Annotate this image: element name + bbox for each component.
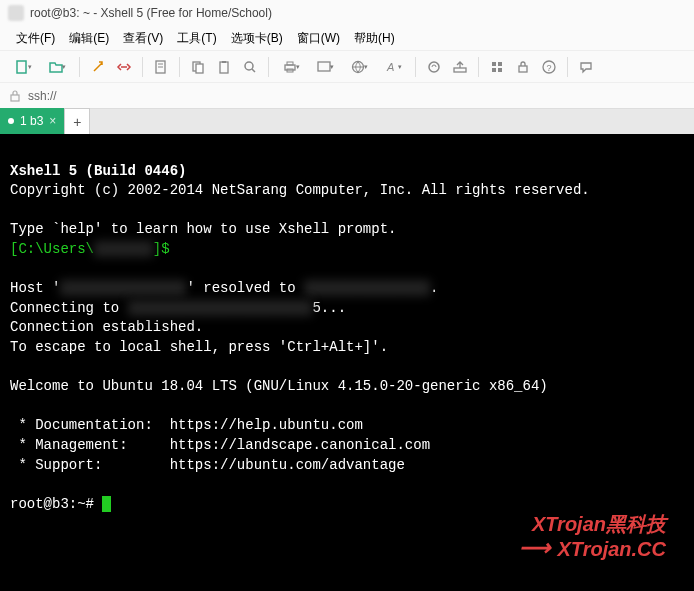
terminal-cursor (102, 496, 111, 512)
term-escape-hint: To escape to local shell, press 'Ctrl+Al… (10, 339, 388, 355)
term-copyright: Copyright (c) 2002-2014 NetSarang Comput… (10, 182, 590, 198)
app-icon (8, 5, 24, 21)
status-dot-icon (8, 118, 14, 124)
font-button[interactable]: A▾ (378, 56, 408, 78)
term-help-hint: Type `help' to learn how to use Xshell p… (10, 221, 396, 237)
xftp-button[interactable] (449, 56, 471, 78)
svg-rect-14 (454, 68, 466, 72)
new-document-button[interactable]: ▾ (8, 56, 38, 78)
separator (478, 57, 479, 77)
term-connecting-line: Connecting to xxxxxxxxxxxxxxxxxxxxxx5... (10, 300, 346, 316)
svg-text:?: ? (547, 63, 552, 73)
lock-button[interactable] (512, 56, 534, 78)
tab-label: 1 b3 (20, 114, 43, 128)
menu-help[interactable]: 帮助(H) (348, 28, 401, 49)
term-documentation: * Documentation: https://help.ubuntu.com (10, 417, 363, 433)
copy-button[interactable] (187, 56, 209, 78)
svg-rect-4 (220, 62, 228, 73)
feedback-button[interactable] (575, 56, 597, 78)
menu-tabs[interactable]: 选项卡(B) (225, 28, 289, 49)
menu-tools[interactable]: 工具(T) (171, 28, 222, 49)
lock-icon (8, 89, 22, 103)
address-scheme: ssh:// (28, 89, 57, 103)
watermark-line-2: ⟶ XTrojan.CC (519, 533, 666, 564)
window-title: root@b3: ~ - Xshell 5 (Free for Home/Sch… (30, 6, 272, 20)
svg-point-13 (429, 62, 439, 72)
terminal-pane[interactable]: Xshell 5 (Build 0446) Copyright (c) 2002… (0, 134, 694, 591)
separator (142, 57, 143, 77)
encoding-button[interactable]: ▾ (344, 56, 374, 78)
menu-bar: 文件(F) 编辑(E) 查看(V) 工具(T) 选项卡(B) 窗口(W) 帮助(… (0, 26, 694, 50)
separator (79, 57, 80, 77)
svg-text:A: A (386, 61, 394, 73)
svg-rect-19 (519, 66, 527, 72)
svg-rect-16 (498, 62, 502, 66)
svg-rect-17 (492, 68, 496, 72)
separator (179, 57, 180, 77)
term-welcome: Welcome to Ubuntu 18.04 LTS (GNU/Linux 4… (10, 378, 548, 394)
open-button[interactable]: ▾ (42, 56, 72, 78)
find-button[interactable] (239, 56, 261, 78)
address-input[interactable] (63, 86, 686, 106)
menu-view[interactable]: 查看(V) (117, 28, 169, 49)
help-button[interactable]: ? (538, 56, 560, 78)
term-management: * Management: https://landscape.canonica… (10, 437, 430, 453)
new-tab-button[interactable]: + (64, 108, 90, 134)
disconnect-button[interactable] (113, 56, 135, 78)
tab-session-1[interactable]: 1 b3 × (0, 108, 64, 134)
menu-edit[interactable]: 编辑(E) (63, 28, 115, 49)
svg-rect-18 (498, 68, 502, 72)
term-established: Connection established. (10, 319, 203, 335)
address-bar: ssh:// (0, 82, 694, 108)
svg-rect-10 (318, 62, 330, 71)
separator (567, 57, 568, 77)
quick-connect-button[interactable] (87, 56, 109, 78)
title-bar: root@b3: ~ - Xshell 5 (Free for Home/Sch… (0, 0, 694, 26)
separator (268, 57, 269, 77)
svg-rect-0 (17, 61, 26, 73)
paste-button[interactable] (213, 56, 235, 78)
menu-window[interactable]: 窗口(W) (291, 28, 346, 49)
term-header: Xshell 5 (Build 0446) (10, 163, 186, 179)
svg-rect-8 (287, 62, 293, 65)
tab-strip: 1 b3 × + (0, 108, 694, 134)
key-manager-button[interactable] (486, 56, 508, 78)
svg-rect-22 (11, 95, 19, 101)
separator (415, 57, 416, 77)
toolbar: ▾ ▾ ▾ ▾ ▾ A▾ ? (0, 50, 694, 82)
svg-rect-15 (492, 62, 496, 66)
xagent-button[interactable] (423, 56, 445, 78)
svg-rect-3 (196, 64, 203, 73)
properties-button[interactable] (150, 56, 172, 78)
term-shell-prompt: root@b3:~# (10, 496, 102, 512)
appearance-button[interactable]: ▾ (310, 56, 340, 78)
print-button[interactable]: ▾ (276, 56, 306, 78)
term-local-prompt: [C:\Users\xxxxxxx]$ (10, 241, 170, 257)
term-support: * Support: https://ubuntu.com/advantage (10, 457, 405, 473)
tab-close-button[interactable]: × (49, 114, 56, 128)
arrow-icon: ⟶ (519, 533, 551, 564)
svg-rect-5 (222, 61, 226, 63)
svg-point-6 (245, 62, 253, 70)
term-host-line: Host 'xxxxxxxxxxxxxxx' resolved to xxxxx… (10, 280, 439, 296)
menu-file[interactable]: 文件(F) (10, 28, 61, 49)
